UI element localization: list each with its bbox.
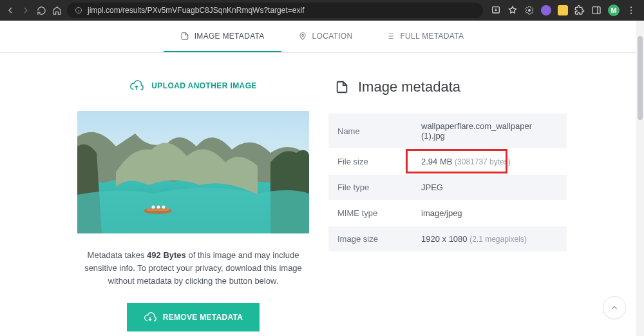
meta-key: File size — [328, 149, 412, 175]
tab-label: IMAGE METADATA — [194, 32, 265, 41]
meta-value: JPEG — [412, 175, 567, 201]
home-button[interactable] — [52, 5, 62, 15]
metadata-note: Metadata takes 492 Bytes of this image a… — [77, 249, 309, 288]
remove-metadata-button[interactable]: REMOVE METADATA — [127, 303, 260, 331]
meta-key: Image size — [328, 226, 412, 252]
reload-button[interactable] — [36, 5, 46, 15]
page-body: IMAGE METADATA LOCATION FULL METADATA UP… — [0, 21, 644, 336]
profile-avatar[interactable]: M — [608, 5, 620, 16]
back-button[interactable] — [5, 5, 15, 15]
install-icon[interactable] — [491, 5, 501, 15]
scrollbar-thumb[interactable] — [638, 36, 643, 120]
svg-point-12 — [152, 206, 155, 209]
forward-button[interactable] — [21, 5, 31, 15]
meta-value: 1920 x 1080 (2.1 megapixels) — [412, 226, 567, 252]
tab-label: FULL METADATA — [400, 32, 464, 41]
meta-value: image/jpeg — [412, 201, 567, 226]
remove-metadata-label: REMOVE METADATA — [163, 313, 243, 322]
svg-point-4 — [630, 6, 632, 8]
svg-point-7 — [301, 34, 303, 36]
svg-point-13 — [157, 206, 160, 209]
upload-another-link[interactable]: UPLOAD ANOTHER IMAGE — [77, 79, 309, 93]
tab-label: LOCATION — [312, 32, 353, 41]
list-icon — [386, 32, 395, 41]
meta-key: Name — [328, 114, 412, 149]
extensions-puzzle-icon[interactable] — [574, 5, 585, 15]
file-icon — [335, 80, 349, 94]
url-text: jimpl.com/results/PXv5mVFuagbC8JSqnKnRmq… — [88, 6, 304, 15]
note-prefix: Metadata takes — [88, 250, 147, 260]
table-row: File size 2.94 MB (3081737 bytes) — [328, 149, 567, 175]
image-preview — [77, 111, 309, 233]
kebab-menu-icon[interactable] — [626, 5, 636, 15]
svg-point-2 — [528, 9, 531, 12]
cloud-upload-icon — [129, 79, 144, 93]
cloud-download-icon — [144, 311, 156, 324]
extension-icon-1[interactable] — [541, 5, 551, 15]
section-title-text: Image metadata — [358, 79, 460, 95]
svg-point-6 — [630, 13, 632, 14]
table-row: Image size 1920 x 1080 (2.1 megapixels) — [328, 226, 567, 252]
svg-rect-3 — [592, 7, 600, 14]
tab-full-metadata[interactable]: FULL METADATA — [369, 21, 480, 52]
address-bar[interactable]: jimpl.com/results/PXv5mVFuagbC8JSqnKnRmq… — [67, 3, 483, 18]
bookmark-star-icon[interactable] — [507, 5, 518, 15]
svg-point-14 — [162, 206, 166, 209]
meta-value: wallpaperflare.com_wallpaper (1).jpg — [412, 114, 567, 149]
section-tabs: IMAGE METADATA LOCATION FULL METADATA — [0, 21, 644, 53]
table-row: MIME type image/jpeg — [328, 201, 567, 226]
meta-key: MIME type — [328, 201, 412, 226]
scroll-to-top-button[interactable] — [603, 296, 626, 319]
table-row: Name wallpaperflare.com_wallpaper (1).jp… — [328, 114, 567, 149]
left-column: UPLOAD ANOTHER IMAGE — [77, 79, 309, 331]
browser-chrome: jimpl.com/results/PXv5mVFuagbC8JSqnKnRmq… — [0, 0, 644, 21]
image-file-icon — [180, 32, 189, 41]
tab-location[interactable]: LOCATION — [281, 21, 370, 52]
main-content: UPLOAD ANOTHER IMAGE — [0, 53, 644, 336]
note-bytes: 492 Bytes — [147, 250, 186, 260]
location-pin-icon — [298, 32, 307, 41]
table-row: File type JPEG — [328, 175, 567, 201]
section-title: Image metadata — [328, 79, 567, 95]
side-panel-icon[interactable] — [591, 5, 601, 15]
toolbar-right: M — [488, 5, 639, 16]
upload-another-label: UPLOAD ANOTHER IMAGE — [151, 81, 257, 90]
site-info-icon — [75, 6, 82, 14]
extension-icon-2[interactable] — [558, 5, 568, 15]
chevron-up-icon — [610, 303, 619, 312]
extension-gear-icon[interactable] — [524, 5, 535, 15]
metadata-table: Name wallpaperflare.com_wallpaper (1).jp… — [328, 114, 567, 252]
meta-value: 2.94 MB (3081737 bytes) — [412, 149, 567, 175]
meta-key: File type — [328, 175, 412, 201]
svg-point-5 — [630, 10, 632, 11]
tab-image-metadata[interactable]: IMAGE METADATA — [164, 21, 281, 52]
scrollbar[interactable] — [636, 21, 644, 336]
right-column: Image metadata Name wallpaperflare.com_w… — [328, 79, 567, 331]
